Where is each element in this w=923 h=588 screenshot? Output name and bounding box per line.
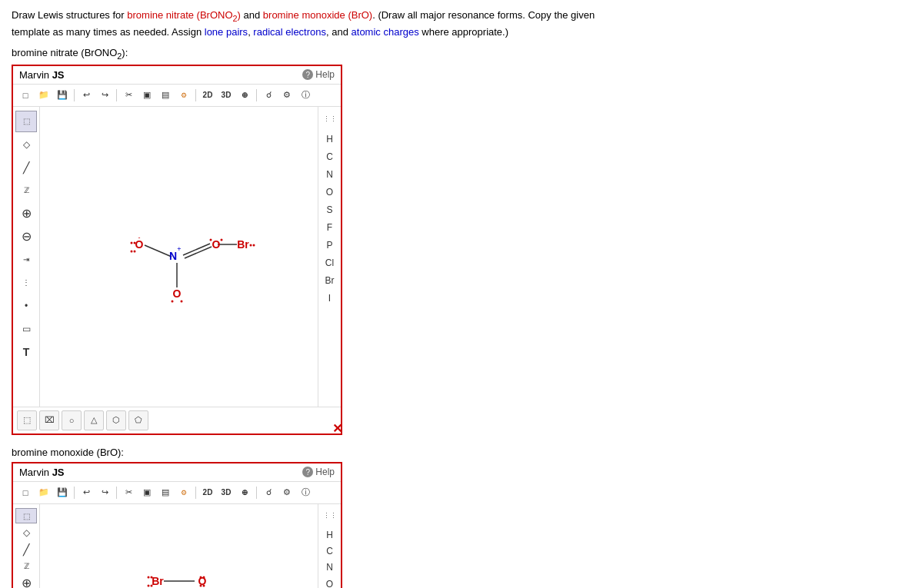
- open-btn-1[interactable]: 📁: [35, 87, 52, 104]
- search-btn-1[interactable]: ☌: [260, 87, 277, 104]
- atom-N: N: [168, 250, 176, 262]
- radical-link[interactable]: radical electrons: [253, 26, 326, 38]
- element-Br-1[interactable]: Br: [318, 272, 341, 289]
- element-C-2[interactable]: C: [318, 543, 341, 559]
- drawing-area-1[interactable]: N O O O Br: [40, 107, 318, 407]
- settings-btn-1[interactable]: ⚙: [278, 87, 295, 104]
- settings-btn-2[interactable]: ⚙: [278, 484, 295, 501]
- erase-tool-2[interactable]: ◇: [15, 525, 37, 540]
- help-button-2[interactable]: ? Help: [302, 467, 335, 477]
- undo-btn-2[interactable]: ↩: [78, 484, 95, 501]
- copy-btn-1[interactable]: ▣: [138, 87, 155, 104]
- cut-btn-1[interactable]: ✂: [120, 87, 137, 104]
- dot-tool-1[interactable]: •: [15, 295, 37, 317]
- triangle-btn-1[interactable]: △: [84, 410, 104, 430]
- svg-point-18: [147, 584, 149, 586]
- text-tool-1[interactable]: T: [15, 341, 37, 363]
- svg-point-10: [220, 238, 222, 241]
- charge-O-left: -: [138, 234, 140, 241]
- new-btn-2[interactable]: □: [17, 484, 34, 501]
- 3d-btn-2[interactable]: 3D: [218, 484, 235, 501]
- element-O-1[interactable]: O: [318, 184, 341, 201]
- element-P-1[interactable]: P: [318, 237, 341, 254]
- erase-tool-1[interactable]: ◇: [15, 134, 37, 155]
- info-btn-2[interactable]: ⓘ: [297, 484, 314, 501]
- plus-tool-2[interactable]: ⊕: [15, 576, 37, 588]
- right-panel-2: ⋮⋮ H C N O S F P Cl: [318, 504, 341, 588]
- svg-point-8: [133, 250, 135, 252]
- element-I-1[interactable]: I: [318, 290, 341, 307]
- save-btn-2[interactable]: 💾: [54, 484, 71, 501]
- save-btn-1[interactable]: 💾: [54, 87, 71, 104]
- close-x-1[interactable]: ✕: [332, 423, 342, 435]
- bond-tool-2[interactable]: ╱: [15, 542, 37, 557]
- instruction-text1: Draw Lewis structures for: [12, 9, 127, 21]
- rect-tool-1[interactable]: ▭: [15, 318, 37, 340]
- element-H-1[interactable]: H: [318, 131, 341, 148]
- right-panel-1: ⋮⋮ H C N O S F P Cl Br I: [318, 107, 341, 407]
- marvin-header-1: Marvin JS ? Help: [13, 66, 341, 85]
- electron-tool-1[interactable]: ⋮: [15, 272, 37, 294]
- molecule-brono2: N O O O Br: [102, 188, 256, 326]
- 2d-btn-1[interactable]: 2D: [199, 87, 216, 104]
- drawing-area-2[interactable]: Br O: [40, 504, 318, 588]
- 3d-btn-1[interactable]: 3D: [218, 87, 235, 104]
- redo-btn-2[interactable]: ↪: [96, 484, 113, 501]
- bond-tool-1[interactable]: ╱: [15, 157, 37, 178]
- help-label-1: Help: [315, 69, 335, 80]
- element-C-1[interactable]: C: [318, 148, 341, 165]
- left-tools-2: ⬚ ◇ ╱ ℤ ⊕ ⊖ ⇥ ⋮ •: [13, 504, 40, 588]
- pentagon-btn-1[interactable]: ⬠: [128, 410, 148, 430]
- paste-btn-1[interactable]: ▤: [157, 87, 174, 104]
- svg-point-6: [133, 241, 135, 244]
- atom-O-bottom: O: [172, 287, 181, 300]
- clean-btn-1[interactable]: ⚙: [175, 87, 192, 104]
- circle-btn-1[interactable]: ○: [62, 410, 82, 430]
- hexagon-btn-1[interactable]: ⬡: [106, 410, 126, 430]
- minus-tool-1[interactable]: ⊖: [15, 226, 37, 247]
- element-O-2[interactable]: O: [318, 576, 341, 588]
- element-H-2[interactable]: H: [318, 527, 341, 542]
- open-btn-2[interactable]: 📁: [35, 484, 52, 501]
- help-button-1[interactable]: ? Help: [302, 69, 335, 80]
- marvin-title-1: Marvin JS: [19, 69, 65, 81]
- plus-tool-1[interactable]: ⊕: [15, 203, 37, 224]
- compound2-label: bromine monoxide (BrO): [263, 9, 372, 21]
- zoom-btn-2[interactable]: ⊕: [236, 484, 253, 501]
- element-N-2[interactable]: N: [318, 560, 341, 575]
- svg-point-9: [209, 238, 212, 241]
- cut-btn-2[interactable]: ✂: [120, 484, 137, 501]
- svg-point-5: [130, 241, 132, 244]
- element-F-1[interactable]: F: [318, 219, 341, 236]
- undo-btn-1[interactable]: ↩: [78, 87, 95, 104]
- chain-tool-1[interactable]: ℤ: [15, 180, 37, 201]
- svg-point-13: [249, 244, 252, 246]
- arrow-tool-1[interactable]: ⇥: [15, 249, 37, 271]
- redo-btn-1[interactable]: ↪: [96, 87, 113, 104]
- zoom-btn-1[interactable]: ⊕: [236, 87, 253, 104]
- new-btn-1[interactable]: □: [17, 87, 34, 104]
- 2d-btn-2[interactable]: 2D: [199, 484, 216, 501]
- search-btn-2[interactable]: ☌: [260, 484, 277, 501]
- atom-O-right: O: [212, 238, 220, 251]
- svg-line-0: [145, 245, 172, 257]
- clean-btn-2[interactable]: ⚙: [175, 484, 192, 501]
- svg-point-7: [130, 250, 132, 252]
- lone-pairs-link[interactable]: lone pairs: [205, 26, 248, 38]
- paste-btn-2[interactable]: ▤: [157, 484, 174, 501]
- element-N-1[interactable]: N: [318, 166, 341, 183]
- select-tool-2[interactable]: ⬚: [15, 508, 37, 523]
- bottom-tools-1: ⬚ ⌧ ○ △ ⬡ ⬠: [13, 407, 341, 434]
- atomic-charges-link[interactable]: atomic charges: [352, 26, 419, 38]
- element-S-1[interactable]: S: [318, 201, 341, 218]
- info-btn-1[interactable]: ⓘ: [297, 87, 314, 104]
- left-tools-1: ⬚ ◇ ╱ ℤ ⊕ ⊖ ⇥ ⋮ • ▭ T: [13, 107, 40, 407]
- lasso-btn-1[interactable]: ⌧: [39, 410, 59, 430]
- copy-btn-2[interactable]: ▣: [138, 484, 155, 501]
- element-Cl-1[interactable]: Cl: [318, 254, 341, 271]
- marvin-editor-2: Marvin JS ? Help □ 📁 💾 ↩ ↪ ✂ ▣ ▤ ⚙ 2D 3D…: [12, 462, 342, 588]
- rect-select-btn-1[interactable]: ⬚: [17, 410, 37, 430]
- select-tool-1[interactable]: ⬚: [15, 111, 37, 132]
- chain-tool-2[interactable]: ℤ: [15, 559, 37, 574]
- instruction-paragraph: Draw Lewis structures for bromine nitrat…: [12, 8, 627, 39]
